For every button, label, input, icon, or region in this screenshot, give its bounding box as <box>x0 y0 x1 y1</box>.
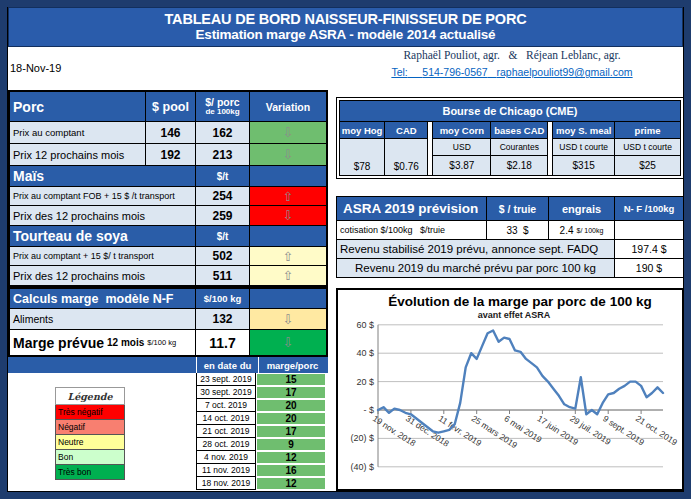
table-row: 7 oct. 201920 <box>196 399 326 412</box>
asra-title: ASRA 2019 prévision <box>337 197 487 220</box>
bourse-value: $25 <box>615 156 680 175</box>
row-label: Prix des 12 prochains mois <box>10 266 196 285</box>
row-label: Prix des 12 prochains mois <box>10 206 196 225</box>
bourse-col-bases: bases CAD Courantes $2.18 <box>491 122 548 175</box>
chart-title: Évolution de la marge par porc de 100 kg <box>388 294 651 309</box>
variation-cell: ⇧ <box>250 247 326 265</box>
date-cell: 14 oct. 2019 <box>196 412 256 425</box>
asra-header-row: ASRA 2019 prévision $ / truie engrais N-… <box>337 197 683 221</box>
marge-value-cell: 12 <box>256 451 326 464</box>
svg-text:40 $: 40 $ <box>356 348 374 358</box>
marge-value-cell: 15 <box>256 373 326 386</box>
date-cell: 30 sept. 2019 <box>196 386 256 399</box>
legend-box: Légende Très négatifNégatifNeutreBonTrès… <box>55 387 125 480</box>
tel-label: Tel: <box>391 66 407 78</box>
phone-number[interactable]: 514-796-0567 <box>422 66 487 78</box>
table-row: 23 sept. 201915 <box>196 373 326 386</box>
row-label: Marge prévue 12 mois $/100 kg <box>10 330 196 355</box>
y-axis-labels: 60 $40 $20 $- $(20) $(40) $ <box>350 320 374 472</box>
svg-text:60 $: 60 $ <box>356 320 374 330</box>
legend-item: Très bon <box>55 465 125 480</box>
cotisation-engrais-value: 2.4$/ 100kg <box>549 221 615 239</box>
authors-line: Raphaël Pouliot, agr. & Réjean Leblanc, … <box>340 49 684 61</box>
bourse-title: Bourse de Chicago (CME) <box>340 101 680 122</box>
calculs-unit: $/100 kg <box>196 289 250 308</box>
page-subtitle: Estimation marge ASRA - modèle 2014 actu… <box>9 27 682 42</box>
porc-value: 213 <box>196 144 250 165</box>
down-arrow-icon: ⇩ <box>283 313 294 326</box>
marge-value-cell: 16 <box>256 464 326 477</box>
chart-subtitle: avant effet ASRA <box>478 310 551 320</box>
row-label: Aliments <box>10 309 196 329</box>
date-cell: 28 oct. 2019 <box>196 438 256 451</box>
down-arrow-icon: ⇩ <box>283 209 294 222</box>
down-arrow-icon: ⇩ <box>283 126 294 139</box>
calculs-title: Calculs marge modèle N-F <box>10 289 196 308</box>
asra-col-truie: $ / truie <box>487 197 549 220</box>
table-row: Prix 12 prochains mois 192 213 ⇩ <box>10 144 326 166</box>
cotisation-truie-value: 33 $ <box>487 221 549 239</box>
calculs-header-row: Calculs marge modèle N-F $/100 kg <box>10 289 326 309</box>
marge-label-mid: 12 mois <box>107 337 144 348</box>
revenu-marche-label: Revenu 2019 du marché prévu par porc 100… <box>337 259 615 277</box>
mais-value: 259 <box>196 206 250 225</box>
marge-value-cell: 17 <box>256 386 326 399</box>
y-gridlines <box>378 325 663 467</box>
date-cell: 18 nov. 2019 <box>196 477 256 490</box>
variation-cell: ⇧ <box>250 187 326 205</box>
dashboard-page: TABLEAU DE BORD NAISSEUR-FINISSEUR DE PO… <box>0 0 691 499</box>
marge-value-cell: 17 <box>256 425 326 438</box>
asra-prevision-table: ASRA 2019 prévision $ / truie engrais N-… <box>336 196 684 278</box>
table-row: 28 oct. 20199 <box>196 438 326 451</box>
row-label: Prix au comptant + 15 $/ t transport <box>10 247 196 265</box>
marge-value-cell: 9 <box>256 438 326 451</box>
chart-canvas: 60 $40 $20 $- $(20) $(40) $19 nov. 20183… <box>338 290 682 489</box>
table-row: 30 sept. 201917 <box>196 386 326 399</box>
blank-cell <box>615 221 683 239</box>
asra-revenu-marche-row: Revenu 2019 du marché prévu par porc 100… <box>337 259 683 277</box>
bourse-value: $2.18 <box>491 156 547 175</box>
legend-title: Légende <box>55 387 125 405</box>
calculs-marge-table: Calculs marge modèle N-F $/100 kg Alimen… <box>8 287 328 357</box>
email-link[interactable]: raphaelpouliot99@gmail.com <box>496 66 632 78</box>
mais-header-row: Maïs $/t <box>10 166 326 187</box>
variation-cell: ⇩ <box>250 144 326 165</box>
bourse-chicago-table: Bourse de Chicago (CME) moy Hog $78 CAD … <box>336 97 684 179</box>
date-cell: 23 sept. 2019 <box>196 373 256 386</box>
legend-item: Bon <box>55 450 125 465</box>
col-header-porc: $/ porcde 100kg <box>196 92 250 121</box>
up-arrow-icon: ⇧ <box>283 269 294 282</box>
bourse-col-prime: prime USD t courte $25 <box>615 122 680 175</box>
date-cell: 11 nov. 2019 <box>196 464 256 477</box>
report-date: 18-Nov-19 <box>10 62 61 74</box>
row-label: Prix au comptant <box>10 122 146 143</box>
bourse-col-hog: moy Hog $78 <box>340 122 385 175</box>
asra-cotisation-row: cotisation $/100kg $/truie 33 $ 2.4$/ 10… <box>337 221 683 240</box>
asra-revenu-stabilise-row: Revenu stabilisé 2019 prévu, annonce sep… <box>337 240 683 259</box>
row-label: Prix au comptant FOB + 15 $ /t transport <box>10 187 196 205</box>
marge-value-cell: 20 <box>256 412 326 425</box>
down-arrow-icon: ⇩ <box>283 148 294 161</box>
contact-link[interactable]: Tel: 514-796-0567 raphaelpouliot99@gmail… <box>340 66 684 78</box>
col-header-variation: Variation <box>250 92 326 121</box>
aliments-row: Aliments 132 ⇩ <box>10 309 326 330</box>
revenu-stabilise-label: Revenu stabilisé 2019 prévu, annonce sep… <box>337 240 615 258</box>
col-header-pool: $ pool <box>146 92 196 121</box>
cotisation-label: cotisation $/100kg $/truie <box>337 221 487 239</box>
date-cell: 4 nov. 2019 <box>196 451 256 464</box>
bourse-col-corn: moy Corn USD $3.87 <box>432 122 491 175</box>
revenu-stabilise-value: 197.4 $ <box>615 240 683 258</box>
tourteau-value: 511 <box>196 266 250 285</box>
porc-section-title: Porc <box>10 92 146 121</box>
table-row: Prix au comptant 146 162 ⇩ <box>10 122 326 144</box>
legend-item: Neutre <box>55 435 125 450</box>
table-row: 11 nov. 201916 <box>196 464 326 477</box>
asra-col-engrais: engrais <box>549 197 615 220</box>
variation-cell: ⇩ <box>250 122 326 143</box>
variation-cell: ⇩ <box>250 309 326 329</box>
col-header-marge: marge/porc <box>258 357 326 373</box>
tourteau-header-row: Tourteau de soya $/t <box>10 226 326 247</box>
up-arrow-icon: ⇧ <box>283 190 294 203</box>
tourteau-section-title: Tourteau de soya <box>10 226 196 246</box>
up-arrow-icon: ⇧ <box>283 250 294 263</box>
